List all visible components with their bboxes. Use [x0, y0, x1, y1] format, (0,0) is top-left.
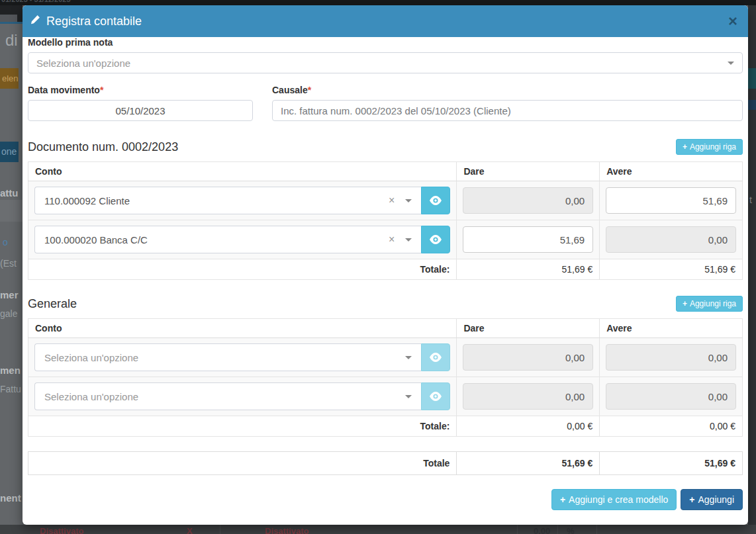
- modello-prima-nota-select[interactable]: Seleziona un'opzione: [28, 52, 743, 73]
- grand-total-label: Totale: [28, 452, 457, 475]
- avere-input: [606, 344, 736, 371]
- pencil-icon: [30, 15, 40, 28]
- background-link-fragment: o: [3, 237, 8, 247]
- background-text-fragment: gale: [0, 308, 17, 319]
- date-causale-row: Data movimento* Causale*: [28, 85, 743, 121]
- column-header-conto: Conto: [28, 319, 457, 338]
- total-dare: 0,00 €: [457, 416, 600, 437]
- required-asterisk: *: [308, 85, 311, 95]
- documento-add-row-button[interactable]: + Aggiungi riga: [676, 139, 743, 155]
- documento-table: Conto Dare Avere 110.000092 Cliente ×: [28, 161, 743, 280]
- data-movimento-input[interactable]: [28, 100, 253, 121]
- aggiungi-button[interactable]: + Aggiungi: [681, 489, 743, 510]
- column-header-avere: Avere: [600, 319, 743, 338]
- dare-input: [463, 344, 593, 371]
- eye-icon[interactable]: [421, 226, 450, 253]
- dare-input: [463, 187, 593, 214]
- column-header-conto: Conto: [28, 162, 457, 181]
- background-nav-fragment: [0, 15, 17, 22]
- chevron-down-icon: [405, 395, 412, 398]
- background-value-fragment: 0,00: [534, 526, 550, 534]
- close-icon[interactable]: ×: [727, 13, 739, 29]
- grand-total-row: Totale 51,69 € 51,69 €: [28, 452, 743, 475]
- background-text-fragment: Fattu: [0, 384, 21, 394]
- registra-contabile-modal: Registra contabile × Modello prima nota …: [23, 5, 748, 525]
- background-blue-button-fragment: one: [0, 142, 19, 162]
- avere-input: [606, 383, 736, 410]
- background-date-range: 01/2023 - 31/12/2023: [1, 0, 71, 3]
- modal-title: Registra contabile: [46, 15, 142, 28]
- plus-icon: +: [683, 299, 687, 308]
- total-dare: 51,69 €: [457, 259, 600, 280]
- chevron-down-icon: [405, 238, 412, 242]
- chevron-down-icon: [728, 62, 734, 65]
- generale-add-row-button[interactable]: + Aggiungi riga: [676, 296, 743, 312]
- conto-select[interactable]: 110.000092 Cliente ×: [34, 187, 421, 214]
- background-value-fragment: %: [567, 526, 575, 534]
- table-row: Seleziona un'opzione: [28, 338, 743, 377]
- generale-table: Conto Dare Avere Seleziona un'opzione: [28, 318, 743, 437]
- data-movimento-field-group: Data movimento*: [28, 85, 253, 121]
- documento-section-header: Documento num. 0002/2023 + Aggiungi riga: [28, 139, 743, 155]
- avere-input: [606, 226, 736, 253]
- chevron-down-icon: [405, 356, 412, 359]
- modello-prima-nota-label: Modello prima nota: [28, 37, 743, 48]
- generale-section-title: Generale: [28, 297, 77, 311]
- clear-icon[interactable]: ×: [389, 234, 405, 245]
- avere-input[interactable]: [606, 187, 736, 214]
- causale-field-group: Causale*: [272, 85, 743, 121]
- eye-icon: [421, 382, 450, 410]
- background-text-fragment: t: [749, 195, 752, 205]
- table-row: Seleziona un'opzione: [28, 377, 743, 416]
- plus-icon: +: [689, 494, 694, 505]
- conto-select[interactable]: Seleziona un'opzione: [34, 343, 421, 371]
- aggiungi-e-crea-modello-button[interactable]: + Aggiungi e crea modello: [551, 489, 677, 510]
- documento-section-title: Documento num. 0002/2023: [28, 140, 178, 154]
- table-row: 110.000092 Cliente ×: [28, 181, 743, 220]
- background-topbar: 01/2023 - 31/12/2023: [0, 0, 756, 5]
- background-text-fragment: men: [0, 365, 21, 376]
- data-movimento-label: Data movimento*: [28, 85, 253, 95]
- eye-icon[interactable]: [421, 187, 450, 214]
- eye-icon: [421, 343, 450, 371]
- column-header-dare: Dare: [457, 319, 600, 338]
- total-avere: 51,69 €: [600, 259, 743, 280]
- background-text-fragment: attu: [0, 187, 19, 199]
- table-row: 100.000020 Banca C/C ×: [28, 220, 743, 259]
- grand-total-avere: 51,69 €: [600, 452, 743, 475]
- background-tab-underline: [0, 22, 23, 24]
- conto-select[interactable]: Seleziona un'opzione: [34, 382, 421, 410]
- generale-section-header: Generale + Aggiungi riga: [28, 296, 743, 312]
- grand-total-table: Totale 51,69 € 51,69 €: [28, 451, 743, 475]
- plus-icon: +: [560, 494, 565, 505]
- background-text-fragment: mer: [0, 289, 19, 300]
- conto-select[interactable]: 100.000020 Banca C/C ×: [34, 226, 421, 253]
- clear-icon[interactable]: ×: [389, 195, 405, 206]
- dare-input[interactable]: [463, 226, 593, 253]
- modal-footer: + Aggiungi e crea modello + Aggiungi: [28, 475, 743, 516]
- background-row-fragment: [0, 200, 23, 222]
- plus-icon: +: [683, 142, 687, 152]
- total-label: Totale:: [28, 416, 457, 437]
- background-text-fragment: (Est: [0, 258, 17, 269]
- background-bottom-row: Disattivato X Disattivato 0,00 %: [0, 525, 756, 534]
- background-status-badge: Disattivato: [265, 526, 308, 534]
- modello-select-placeholder: Seleziona un'opzione: [36, 58, 130, 69]
- total-label: Totale:: [28, 259, 457, 280]
- total-avere: 0,00 €: [600, 416, 743, 437]
- grand-total-dare: 51,69 €: [457, 452, 600, 475]
- causale-input[interactable]: [272, 100, 743, 121]
- chevron-down-icon: [405, 199, 412, 202]
- background-teal-fragment: [748, 68, 756, 89]
- required-asterisk: *: [100, 85, 103, 95]
- documento-total-row: Totale: 51,69 € 51,69 €: [28, 259, 743, 280]
- generale-total-row: Totale: 0,00 € 0,00 €: [28, 416, 743, 437]
- modal-body: Modello prima nota Seleziona un'opzione …: [23, 37, 748, 516]
- dare-input: [463, 383, 593, 410]
- column-header-avere: Avere: [600, 162, 743, 181]
- background-navy-fragment: [748, 100, 756, 110]
- background-text-fragment: nent: [0, 492, 21, 504]
- background-text-fragment: di: [5, 31, 18, 50]
- column-header-dare: Dare: [457, 162, 600, 181]
- background-status-badge: Disattivato: [40, 526, 83, 534]
